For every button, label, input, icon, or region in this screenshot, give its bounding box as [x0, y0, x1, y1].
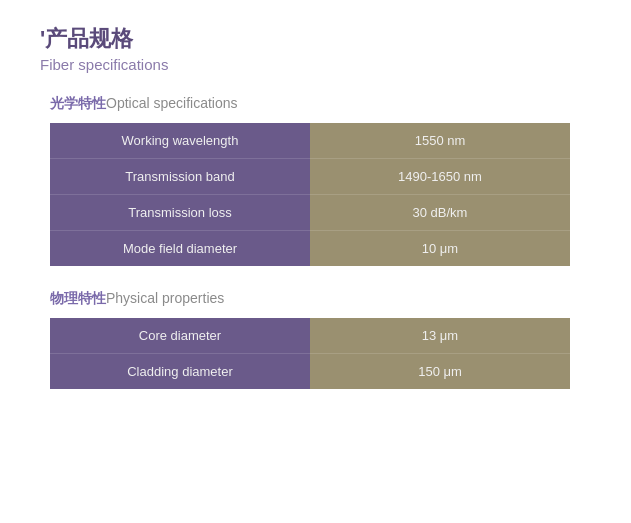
section-title-physical: 物理特性Physical properties: [50, 290, 591, 308]
table-cell-value: 30 dB/km: [310, 195, 570, 231]
spec-table-physical: Core diameter13 μmCladding diameter150 μ…: [50, 318, 570, 389]
section-physical: 物理特性Physical propertiesCore diameter13 μ…: [40, 290, 591, 389]
table-cell-label: Transmission band: [50, 159, 310, 195]
page-container: 产品规格 Fiber specifications 光学特性Optical sp…: [0, 0, 631, 437]
table-cell-value: 10 μm: [310, 231, 570, 267]
section-title-en-optical: Optical specifications: [106, 95, 238, 111]
table-row: Core diameter13 μm: [50, 318, 570, 354]
table-cell-label: Mode field diameter: [50, 231, 310, 267]
table-cell-value: 1490-1650 nm: [310, 159, 570, 195]
spec-table-optical: Working wavelength1550 nmTransmission ba…: [50, 123, 570, 266]
table-cell-label: Working wavelength: [50, 123, 310, 159]
table-row: Cladding diameter150 μm: [50, 354, 570, 390]
section-title-optical: 光学特性Optical specifications: [50, 95, 591, 113]
table-cell-label: Transmission loss: [50, 195, 310, 231]
section-title-en-physical: Physical properties: [106, 290, 224, 306]
main-title-en: Fiber specifications: [40, 56, 591, 73]
section-optical: 光学特性Optical specificationsWorking wavele…: [40, 95, 591, 266]
table-row: Mode field diameter10 μm: [50, 231, 570, 267]
table-cell-value: 13 μm: [310, 318, 570, 354]
section-title-cn-physical: 物理特性: [50, 290, 106, 306]
main-title-cn: 产品规格: [40, 24, 591, 54]
table-cell-value: 1550 nm: [310, 123, 570, 159]
table-cell-label: Cladding diameter: [50, 354, 310, 390]
table-row: Working wavelength1550 nm: [50, 123, 570, 159]
table-row: Transmission band1490-1650 nm: [50, 159, 570, 195]
section-title-cn-optical: 光学特性: [50, 95, 106, 111]
table-row: Transmission loss30 dB/km: [50, 195, 570, 231]
table-cell-label: Core diameter: [50, 318, 310, 354]
table-cell-value: 150 μm: [310, 354, 570, 390]
